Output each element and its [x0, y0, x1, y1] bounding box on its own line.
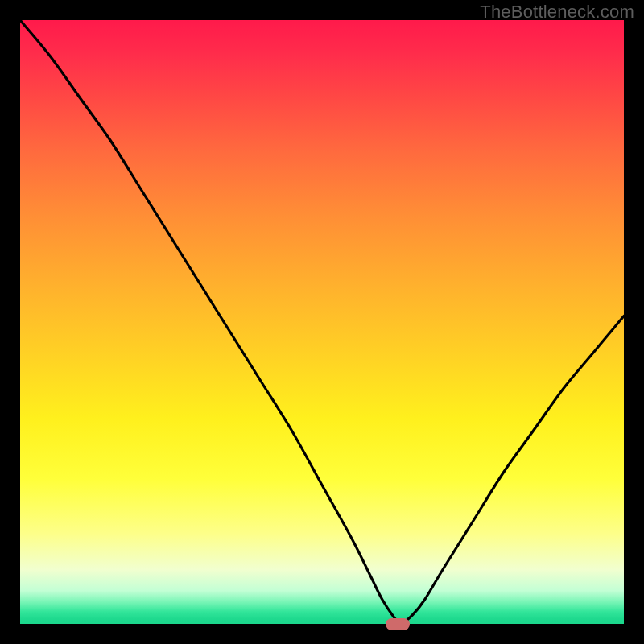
plot-area — [20, 20, 624, 624]
watermark-text: TheBottleneck.com — [480, 2, 634, 23]
bottleneck-curve — [20, 20, 624, 624]
curve-layer — [20, 20, 624, 624]
optimal-point-marker — [386, 618, 410, 630]
chart-frame: TheBottleneck.com — [0, 0, 644, 644]
